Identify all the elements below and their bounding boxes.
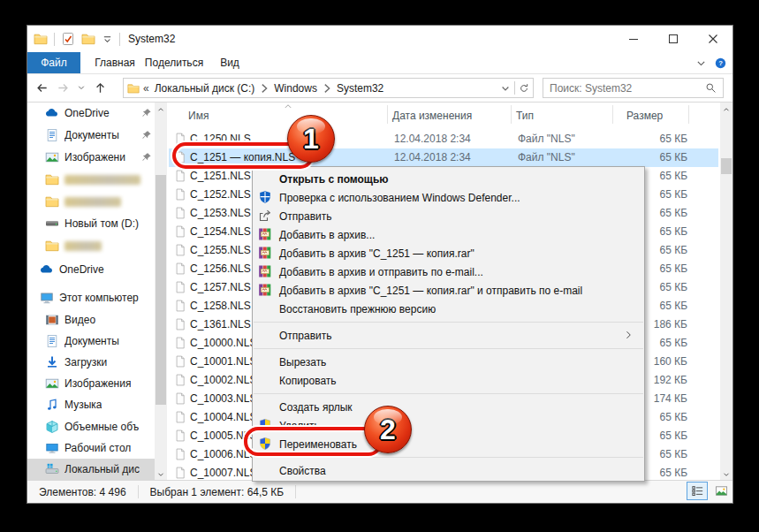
file-type: Файл "NLS" — [518, 151, 575, 163]
refresh-button[interactable] — [515, 79, 533, 97]
sort-ascending-icon — [284, 103, 292, 110]
chevron-up-icon — [157, 106, 164, 113]
back-button[interactable] — [33, 79, 50, 96]
breadcrumb-windows[interactable]: Windows — [274, 82, 317, 95]
file-icon — [174, 448, 186, 460]
file-icon — [174, 300, 186, 312]
column-divider[interactable] — [688, 105, 689, 124]
thumbnails-view-button[interactable] — [710, 482, 732, 500]
sidebar-item-this-pc[interactable]: Этот компьютер — [27, 287, 155, 308]
file-name: C_1253.NLS — [190, 207, 251, 219]
menu-item-properties[interactable]: Свойства — [253, 461, 644, 480]
maximize-button[interactable] — [653, 26, 693, 52]
file-type: Файл "NLS" — [518, 133, 575, 145]
menu-item-winrar-add[interactable]: Добавить в архив... — [253, 225, 644, 244]
sidebar-item-pictures[interactable]: Изображения — [27, 373, 155, 394]
details-view-button[interactable] — [687, 482, 708, 500]
sidebar-item-documents[interactable]: Документы — [27, 331, 155, 352]
scrollbar-thumb[interactable] — [156, 175, 166, 405]
menu-item-share[interactable]: Отправить — [253, 207, 644, 225]
tab-share[interactable]: Поделиться — [140, 52, 208, 73]
file-icon — [174, 225, 186, 238]
folder-icon — [45, 194, 59, 209]
scroll-down-icon[interactable] — [155, 467, 167, 481]
recent-locations-button[interactable] — [75, 79, 87, 96]
sidebar-item-pictures-pinned[interactable]: Изображени — [27, 147, 155, 168]
tab-home[interactable]: Главная — [89, 52, 140, 73]
address-bar[interactable]: « Локальный диск (C:) Windows System32 — [123, 78, 534, 98]
video-icon — [45, 313, 59, 327]
blurred-label — [65, 197, 121, 207]
scroll-down-icon[interactable] — [720, 467, 732, 481]
annotation-badge-1: 1 — [287, 115, 335, 163]
column-divider[interactable] — [511, 105, 512, 124]
sidebar-item-videos[interactable]: Видео — [27, 309, 155, 331]
column-header-size[interactable]: Размер — [626, 110, 663, 122]
column-header-type[interactable]: Тип — [516, 110, 534, 122]
sidebar-item-label: Локальный дис — [65, 463, 140, 475]
file-icon — [174, 392, 186, 405]
breadcrumb-system32[interactable]: System32 — [337, 82, 383, 95]
file-list-scrollbar[interactable] — [720, 103, 732, 481]
annotation-badge-2: 2 — [364, 406, 412, 453]
window-title: System32 — [128, 33, 175, 45]
menu-item-defender-scan[interactable]: Проверка с использованием Windows Defend… — [253, 188, 644, 207]
new-folder-icon[interactable] — [81, 32, 95, 46]
breadcrumb-drive[interactable]: Локальный диск (C:) — [155, 82, 255, 95]
column-divider[interactable] — [612, 105, 613, 124]
menu-item-create-shortcut[interactable]: Создать ярлык — [253, 398, 644, 416]
column-header-name[interactable]: Имя — [188, 110, 209, 122]
sidebar-item-documents-pinned[interactable]: Документы — [27, 125, 155, 146]
winrar-icon — [258, 264, 272, 278]
file-icon — [174, 411, 186, 423]
pictures-icon — [45, 150, 59, 164]
quick-access-toolbar — [27, 32, 120, 46]
menu-item-winrar-add-named[interactable]: Добавить в архив "C_1251 — копия.rar" — [253, 244, 644, 262]
sidebar-item-music[interactable]: Музыка — [27, 394, 155, 415]
scroll-up-icon[interactable] — [720, 103, 732, 116]
sidebar-item-onedrive-pinned[interactable]: OneDrive — [27, 103, 155, 124]
sidebar-item-new-volume-d[interactable]: Новый том (D:) — [27, 213, 155, 234]
up-button[interactable] — [91, 79, 109, 96]
properties-check-icon[interactable] — [61, 32, 75, 46]
sidebar-item-folder-blurred-1[interactable] — [27, 169, 155, 190]
minimize-button[interactable] — [613, 26, 653, 52]
menu-item-send-to[interactable]: Отправить — [253, 326, 644, 345]
file-icon — [174, 281, 186, 293]
tab-file[interactable]: Файл — [27, 52, 80, 73]
address-dropdown-button[interactable] — [497, 79, 514, 97]
scrollbar-thumb[interactable] — [721, 158, 732, 174]
help-icon[interactable]: ? — [715, 57, 726, 69]
up-arrow-icon — [94, 81, 107, 95]
menu-item-restore-previous[interactable]: Восстановить прежнюю версию — [253, 300, 644, 318]
menu-item-open-with[interactable]: Открыть с помощью — [253, 170, 644, 188]
chevron-right-icon — [321, 82, 333, 95]
menu-item-copy[interactable]: Копировать — [253, 371, 644, 390]
column-header-date[interactable]: Дата изменения — [392, 110, 472, 122]
sidebar-item-folder-blurred-2[interactable] — [27, 191, 155, 212]
sidebar-item-folder-blurred-3[interactable] — [27, 235, 155, 256]
sidebar-item-desktop[interactable]: Рабочий стол — [27, 437, 155, 459]
search-box[interactable]: Поиск: System32 — [543, 78, 724, 98]
sidebar-item-local-disk-c[interactable]: Локальный дис — [27, 459, 155, 480]
customize-toolbar-icon[interactable] — [102, 34, 113, 45]
close-button[interactable] — [693, 26, 732, 52]
expand-ribbon-icon[interactable] — [695, 57, 707, 69]
column-divider[interactable] — [387, 105, 388, 124]
forward-button[interactable] — [54, 79, 72, 96]
address-row: « Локальный диск (C:) Windows System32 П… — [27, 74, 732, 103]
sidebar-scrollbar[interactable] — [155, 103, 167, 481]
sidebar-item-3d-objects[interactable]: Объемные объ — [27, 416, 155, 437]
scroll-up-icon[interactable] — [155, 103, 167, 116]
menu-item-winrar-add-email[interactable]: Добавить в архив и отправить по e-mail..… — [253, 262, 644, 281]
menu-item-cut[interactable]: Вырезать — [253, 353, 644, 371]
file-size: 65 КБ — [615, 133, 687, 145]
sidebar-item-onedrive-root[interactable]: OneDrive — [27, 259, 155, 280]
search-icon[interactable] — [705, 82, 717, 94]
sidebar-item-label: Изображени — [65, 151, 125, 163]
sidebar-item-downloads[interactable]: Загрузки — [27, 352, 155, 373]
tab-view[interactable]: Вид — [213, 52, 247, 73]
sidebar-item-label: Этот компьютер — [59, 292, 139, 304]
file-name: C_10007.NLS — [190, 467, 256, 479]
menu-item-winrar-add-named-email[interactable]: Добавить в архив "C_1251 — копия.rar" и … — [253, 281, 644, 300]
